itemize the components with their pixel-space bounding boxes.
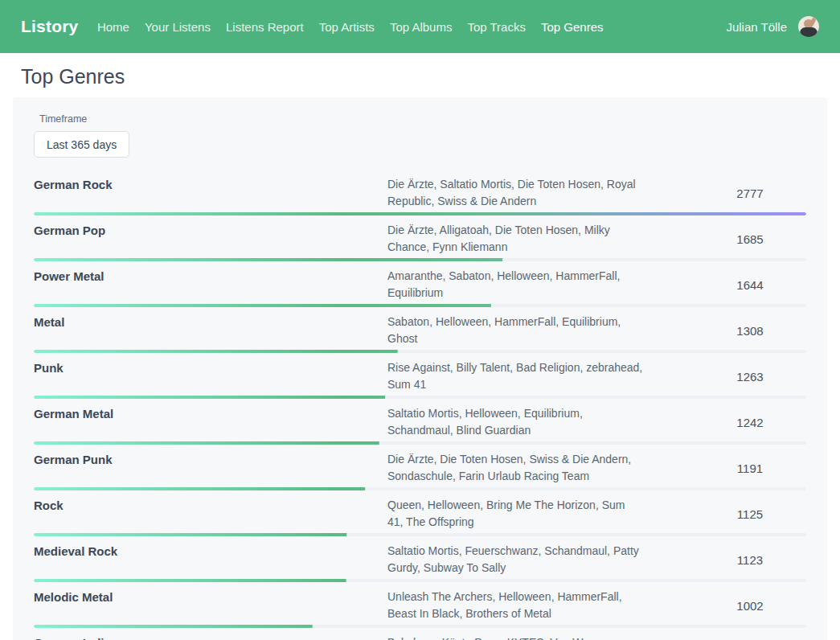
genre-table: German RockDie Ärzte, Saltatio Mortis, D… xyxy=(34,170,806,640)
avatar-arm-shape xyxy=(809,17,816,25)
timeframe-select-value: Last 365 days xyxy=(47,138,117,151)
top-genres-card: Timeframe Last 365 days German RockDie Ä… xyxy=(13,97,827,640)
genre-artists: Bukahara, Käptn Peng, KYTES, Von Wegen L… xyxy=(387,634,643,640)
genre-count: 1125 xyxy=(694,507,806,521)
genre-bar-track xyxy=(34,441,806,445)
genre-row-content: German PunkDie Ärzte, Die Toten Hosen, S… xyxy=(34,445,806,487)
genre-row: PunkRise Against, Billy Talent, Bad Reli… xyxy=(34,354,806,399)
genre-bar-fill xyxy=(34,396,806,399)
genre-count: 1685 xyxy=(694,232,806,246)
app-logo[interactable]: Listory xyxy=(21,17,78,36)
genre-bar-fill xyxy=(34,625,806,628)
genre-row-content: German PopDie Ärzte, Alligatoah, Die Tot… xyxy=(34,216,806,258)
genre-bar-track xyxy=(34,396,806,399)
genre-bar-fill xyxy=(34,533,806,536)
genre-bar-fill xyxy=(34,304,806,307)
genre-bar-track xyxy=(34,258,806,261)
genre-name: Punk xyxy=(34,359,387,376)
genre-row-content: German IndieBukahara, Käptn Peng, KYTES,… xyxy=(34,629,806,640)
genre-row-content: RockQueen, Helloween, Bring Me The Horiz… xyxy=(34,491,806,533)
genre-name: Rock xyxy=(34,497,387,514)
genre-count: 1123 xyxy=(694,553,806,567)
row-spacer xyxy=(643,634,694,640)
genre-artists: Die Ärzte, Die Toten Hosen, Swiss & Die … xyxy=(387,451,643,485)
row-spacer xyxy=(643,451,694,485)
genre-count: 1002 xyxy=(694,599,806,613)
genre-count: 1308 xyxy=(694,324,806,338)
genre-artists: Rise Against, Billy Talent, Bad Religion… xyxy=(387,359,643,393)
genre-row: German RockDie Ärzte, Saltatio Mortis, D… xyxy=(34,170,806,215)
genre-row-content: Power MetalAmaranthe, Sabaton, Helloween… xyxy=(34,262,806,304)
genre-name: Medieval Rock xyxy=(34,543,387,560)
genre-row-content: PunkRise Against, Billy Talent, Bad Reli… xyxy=(34,354,806,396)
nav-item-top-artists[interactable]: Top Artists xyxy=(311,14,382,40)
genre-artists: Unleash The Archers, Helloween, HammerFa… xyxy=(387,589,643,622)
genre-artists: Die Ärzte, Saltatio Mortis, Die Toten Ho… xyxy=(387,176,643,210)
genre-artists: Amaranthe, Sabaton, Helloween, HammerFal… xyxy=(387,268,643,302)
genre-bar-track xyxy=(34,579,806,582)
genre-bar-fill xyxy=(34,212,806,215)
genre-name: German Punk xyxy=(34,451,387,468)
user-name[interactable]: Julian Tölle xyxy=(726,20,787,34)
page-title: Top Genres xyxy=(21,65,840,88)
genre-bar-track xyxy=(34,350,806,353)
genre-bar-fill xyxy=(34,350,806,353)
genre-count: 2777 xyxy=(694,187,806,200)
genre-row: Power MetalAmaranthe, Sabaton, Helloween… xyxy=(34,262,806,307)
row-spacer xyxy=(643,268,694,302)
genre-row-content: Medieval RockSaltatio Mortis, Feuerschwa… xyxy=(34,537,806,579)
genre-artists: Die Ärzte, Alligatoah, Die Toten Hosen, … xyxy=(387,222,643,256)
genre-row: Melodic MetalUnleash The Archers, Hellow… xyxy=(34,583,806,628)
genre-row: German MetalSaltatio Mortis, Helloween, … xyxy=(34,400,806,445)
row-spacer xyxy=(643,405,694,439)
navbar-right: Julian Tölle xyxy=(726,16,819,37)
genre-name: German Pop xyxy=(34,222,387,239)
nav-item-home[interactable]: Home xyxy=(89,14,137,40)
genre-row-content: Melodic MetalUnleash The Archers, Hellow… xyxy=(34,583,806,625)
genre-name: Power Metal xyxy=(34,268,387,285)
genre-artists: Saltatio Mortis, Feuerschwanz, Schandmau… xyxy=(387,543,643,576)
avatar-torso-shape xyxy=(800,27,817,37)
genre-name: German Rock xyxy=(34,176,387,193)
genre-artists: Sabaton, Helloween, HammerFall, Equilibr… xyxy=(387,314,643,347)
genre-count: 1263 xyxy=(694,370,806,384)
genre-name: Metal xyxy=(34,314,387,330)
row-spacer xyxy=(643,176,694,210)
genre-name: Melodic Metal xyxy=(34,589,387,605)
nav-item-your-listens[interactable]: Your Listens xyxy=(137,14,218,40)
genre-row: RockQueen, Helloween, Bring Me The Horiz… xyxy=(34,491,806,536)
genre-artists: Queen, Helloween, Bring Me The Horizon, … xyxy=(387,497,643,531)
row-spacer xyxy=(643,589,694,622)
genre-row: Medieval RockSaltatio Mortis, Feuerschwa… xyxy=(34,537,806,582)
genre-bar-fill xyxy=(34,258,806,261)
genre-row-content: German RockDie Ärzte, Saltatio Mortis, D… xyxy=(34,170,806,212)
genre-bar-track xyxy=(34,625,806,628)
row-spacer xyxy=(643,497,694,531)
timeframe-label: Timeframe xyxy=(39,113,806,125)
genre-count: 1191 xyxy=(694,462,806,475)
row-spacer xyxy=(643,543,694,576)
genre-count: 1242 xyxy=(694,416,806,429)
genre-bar-fill xyxy=(34,487,806,490)
genre-name: German Metal xyxy=(34,405,387,422)
row-spacer xyxy=(643,222,694,256)
user-avatar[interactable] xyxy=(798,16,819,37)
genre-bar-fill xyxy=(34,579,806,582)
genre-bar-track xyxy=(34,212,806,215)
genre-row: German PunkDie Ärzte, Die Toten Hosen, S… xyxy=(34,445,806,490)
nav-item-top-tracks[interactable]: Top Tracks xyxy=(460,14,534,40)
nav-item-top-albums[interactable]: Top Albums xyxy=(382,14,460,40)
genre-artists: Saltatio Mortis, Helloween, Equilibrium,… xyxy=(387,405,643,439)
timeframe-select[interactable]: Last 365 days xyxy=(34,131,129,158)
genre-row: German IndieBukahara, Käptn Peng, KYTES,… xyxy=(34,629,806,640)
genre-bar-track xyxy=(34,487,806,490)
genre-name: German Indie xyxy=(34,634,387,640)
genre-bar-track xyxy=(34,304,806,307)
genre-row: MetalSabaton, Helloween, HammerFall, Equ… xyxy=(34,308,806,353)
nav-item-top-genres[interactable]: Top Genres xyxy=(533,14,611,40)
nav-item-listens-report[interactable]: Listens Report xyxy=(218,14,311,40)
genre-row-content: German MetalSaltatio Mortis, Helloween, … xyxy=(34,400,806,441)
genre-bar-track xyxy=(34,533,806,536)
genre-row: German PopDie Ärzte, Alligatoah, Die Tot… xyxy=(34,216,806,261)
navbar: Listory HomeYour ListensListens ReportTo… xyxy=(0,0,840,53)
